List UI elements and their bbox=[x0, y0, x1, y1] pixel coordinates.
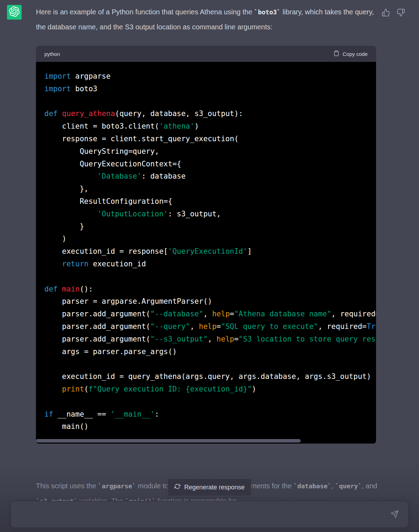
inline-code: `query` bbox=[335, 482, 362, 490]
code-line: if __name__ == '__main__': bbox=[44, 408, 376, 421]
code-line: QueryString=query, bbox=[44, 145, 376, 158]
send-button[interactable] bbox=[389, 509, 400, 520]
code-line bbox=[44, 95, 376, 108]
code-line: execution_id = response['QueryExecutionI… bbox=[44, 245, 376, 258]
code-block-header: python Copy code bbox=[36, 46, 376, 62]
code-line bbox=[44, 396, 376, 408]
code-line bbox=[44, 358, 376, 371]
code-line: } bbox=[44, 221, 376, 233]
code-block: python Copy code import argparseimport b… bbox=[36, 46, 376, 444]
code-line: ResultConfiguration={ bbox=[44, 195, 376, 208]
code-line: client = boto3.client('athena') bbox=[44, 120, 376, 133]
code-line: QueryExecutionContext={ bbox=[44, 158, 376, 171]
openai-logo-icon bbox=[9, 6, 20, 18]
assistant-avatar bbox=[7, 5, 22, 20]
code-line: main() bbox=[44, 420, 376, 433]
code-line: ) bbox=[44, 233, 376, 245]
message-intro-paragraph: Here is an example of a Python function … bbox=[36, 0, 376, 34]
thumbs-down-icon[interactable] bbox=[397, 8, 405, 18]
copy-code-label: Copy code bbox=[343, 51, 368, 57]
inline-code: `boto3` bbox=[254, 8, 281, 16]
code-line: parser.add_argument("--s3_output", help=… bbox=[44, 333, 376, 346]
message-content: Here is an example of a Python function … bbox=[36, 0, 376, 444]
code-block-body: import argparseimport boto3 def query_at… bbox=[36, 62, 376, 444]
composer-input[interactable] bbox=[18, 506, 384, 523]
assistant-message-row: Here is an example of a Python function … bbox=[0, 0, 419, 532]
clipboard-icon bbox=[333, 50, 339, 57]
thumbs-up-icon[interactable] bbox=[382, 8, 390, 18]
code-line: }, bbox=[44, 183, 376, 195]
code-line: import argparse bbox=[44, 70, 376, 83]
code-line: response = client.start_query_execution( bbox=[44, 133, 376, 145]
regenerate-response-button[interactable]: Regenerate response bbox=[167, 478, 251, 496]
code-line bbox=[44, 271, 376, 283]
code-line: import boto3 bbox=[44, 83, 376, 95]
copy-code-button[interactable]: Copy code bbox=[333, 50, 368, 57]
code-line: execution_id = query_athena(args.query, … bbox=[44, 371, 376, 383]
send-icon bbox=[390, 510, 399, 519]
refresh-icon bbox=[174, 483, 180, 491]
code-line: 'OutputLocation': s3_output, bbox=[44, 208, 376, 221]
code-line: def query_athena(query, database, s3_out… bbox=[44, 108, 376, 120]
code-line: def main(): bbox=[44, 283, 376, 296]
code-line: args = parser.parse_args() bbox=[44, 346, 376, 358]
code-line: parser = argparse.ArgumentParser() bbox=[44, 295, 376, 308]
code-line: 'Database': database bbox=[44, 170, 376, 183]
code-horizontal-scrollbar[interactable] bbox=[36, 439, 301, 443]
composer bbox=[10, 501, 409, 528]
inline-code: `argparse` bbox=[98, 482, 136, 490]
code-language-label: python bbox=[44, 51, 60, 57]
code-line: parser.add_argument("--database", help="… bbox=[44, 308, 376, 321]
regenerate-response-label: Regenerate response bbox=[184, 484, 244, 491]
message-feedback bbox=[382, 8, 405, 18]
inline-code: `database` bbox=[294, 482, 331, 490]
code-line: parser.add_argument("--query", help="SQL… bbox=[44, 321, 376, 333]
code-line: return execution_id bbox=[44, 258, 376, 271]
code-line: print(f"Query execution ID: {execution_i… bbox=[44, 383, 376, 396]
